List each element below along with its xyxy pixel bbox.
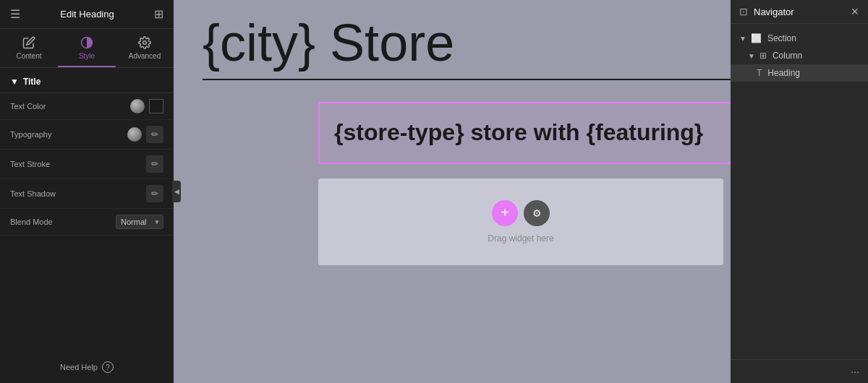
text-shadow-label: Text Shadow bbox=[10, 189, 56, 198]
tab-content[interactable]: Content bbox=[0, 29, 58, 67]
section-arrow-icon: ▼ bbox=[10, 77, 19, 87]
svg-point-1 bbox=[143, 41, 147, 45]
text-stroke-label: Text Stroke bbox=[10, 160, 50, 168]
text-color-globe-btn[interactable] bbox=[130, 99, 145, 113]
drop-zone: + ⚙ Drag widget here bbox=[318, 178, 723, 265]
text-stroke-controls: ✏ bbox=[146, 155, 163, 173]
navigator-close-btn[interactable]: ✕ bbox=[851, 6, 859, 17]
typography-controls: ✏ bbox=[127, 126, 163, 143]
tab-content-label: Content bbox=[16, 52, 41, 60]
blend-mode-label: Blend Mode bbox=[10, 218, 53, 226]
blend-mode-select[interactable]: Normal Multiply Screen Overlay Darken Li… bbox=[116, 215, 163, 229]
settings-icon: ⚙ bbox=[532, 207, 542, 219]
drop-zone-label: Drag widget here bbox=[488, 233, 553, 244]
grid-icon[interactable]: ⊞ bbox=[154, 7, 163, 21]
nav-column-icon: ⊞ bbox=[760, 51, 767, 61]
navigator-footer: ··· bbox=[731, 359, 868, 383]
text-color-controls bbox=[130, 99, 163, 113]
typography-edit-btn[interactable]: ✏ bbox=[146, 126, 163, 143]
text-stroke-edit-btn[interactable]: ✏ bbox=[146, 155, 163, 173]
column-caret-icon: ▼ bbox=[748, 52, 755, 60]
plus-icon: + bbox=[501, 205, 509, 221]
help-label: Need Help bbox=[60, 363, 98, 371]
nav-tree: ▼ ⬜ Section ▼ ⊞ Column T Heading bbox=[731, 24, 868, 359]
tab-advanced[interactable]: Advanced bbox=[116, 29, 174, 67]
text-color-label: Text Color bbox=[10, 102, 46, 111]
drop-zone-buttons: + ⚙ bbox=[492, 200, 550, 226]
text-color-row: Text Color bbox=[0, 93, 174, 120]
nav-section-label: Section bbox=[767, 33, 796, 43]
navigator-title: Navigator bbox=[754, 7, 794, 17]
pencil-icon-stroke: ✏ bbox=[151, 159, 158, 169]
pencil-icon-shadow: ✏ bbox=[151, 189, 158, 199]
typography-label: Typography bbox=[10, 130, 51, 139]
section-header: ▼ Title bbox=[0, 68, 174, 93]
panel-title: Edit Heading bbox=[60, 9, 114, 20]
nav-item-column[interactable]: ▼ ⊞ Column bbox=[731, 47, 868, 64]
panel-footer[interactable]: Need Help ? bbox=[0, 351, 174, 383]
settings-widget-btn[interactable]: ⚙ bbox=[524, 200, 550, 226]
navigator-panel: ⊡ Navigator ✕ ▼ ⬜ Section ▼ ⊞ Column T H… bbox=[731, 0, 868, 383]
blend-mode-row: Blend Mode Normal Multiply Screen Overla… bbox=[0, 209, 174, 236]
add-widget-btn[interactable]: + bbox=[492, 200, 518, 226]
nav-heading-label: Heading bbox=[767, 68, 800, 78]
help-icon: ? bbox=[102, 361, 114, 373]
typography-row: Typography ✏ bbox=[0, 120, 174, 150]
panel-tabs: Content Style Advanced bbox=[0, 29, 174, 68]
tab-style-label: Style bbox=[79, 52, 95, 60]
navigator-header: ⊡ Navigator ✕ bbox=[731, 0, 868, 24]
left-panel: ☰ Edit Heading ⊞ Content Style Advanced bbox=[0, 0, 174, 383]
text-stroke-row: Text Stroke ✏ bbox=[0, 150, 174, 179]
blend-mode-wrapper: Normal Multiply Screen Overlay Darken Li… bbox=[116, 215, 163, 229]
section-title: Title bbox=[23, 77, 41, 87]
collapse-icon: ◀ bbox=[174, 188, 179, 195]
nav-column-label: Column bbox=[773, 51, 802, 61]
hamburger-icon[interactable]: ☰ bbox=[10, 7, 20, 21]
collapse-handle[interactable]: ◀ bbox=[172, 181, 181, 202]
nav-section-icon: ⬜ bbox=[751, 33, 762, 43]
main-canvas: {city} Store {store-type} store with {fe… bbox=[174, 0, 868, 383]
nav-item-section[interactable]: ▼ ⬜ Section bbox=[731, 30, 868, 47]
nav-heading-icon: T bbox=[757, 68, 762, 78]
tab-advanced-label: Advanced bbox=[129, 52, 161, 60]
section-caret-icon: ▼ bbox=[739, 35, 746, 43]
blend-mode-controls: Normal Multiply Screen Overlay Darken Li… bbox=[116, 215, 163, 229]
text-color-swatch[interactable] bbox=[149, 99, 163, 113]
tab-style[interactable]: Style bbox=[58, 29, 116, 67]
navigator-panel-icon: ⊡ bbox=[739, 6, 748, 17]
pencil-icon: ✏ bbox=[151, 129, 158, 139]
nav-more-btn[interactable]: ··· bbox=[851, 366, 859, 377]
text-shadow-row: Text Shadow ✏ bbox=[0, 179, 174, 209]
panel-body: ▼ Title Text Color Typography ✏ Text Str… bbox=[0, 68, 174, 351]
nav-item-heading[interactable]: T Heading bbox=[731, 64, 868, 82]
typography-globe-btn[interactable] bbox=[127, 127, 142, 142]
panel-header: ☰ Edit Heading ⊞ bbox=[0, 0, 174, 29]
navigator-header-left: ⊡ Navigator bbox=[739, 6, 794, 17]
text-shadow-edit-btn[interactable]: ✏ bbox=[146, 185, 163, 202]
text-shadow-controls: ✏ bbox=[146, 185, 163, 202]
